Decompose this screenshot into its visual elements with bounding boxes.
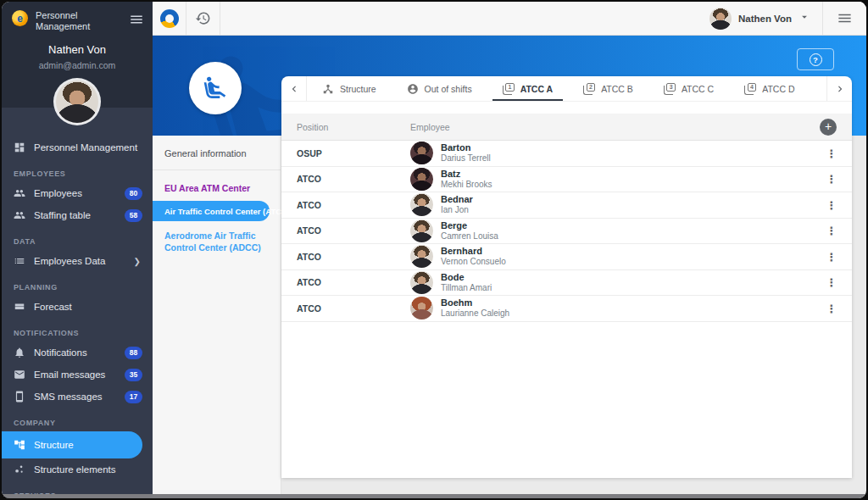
home-logo-button[interactable] — [153, 2, 186, 35]
table-row[interactable]: ATCO Bode Tillman Amari ⋮ — [281, 270, 852, 297]
employee-names: Batz Mekhi Brooks — [441, 169, 492, 190]
tree-item-atcc-active[interactable]: Air Traffic Control Center (ATCC) — [153, 201, 270, 221]
tab-structure[interactable]: Structure — [307, 76, 392, 101]
position-cell: ATCO — [281, 252, 410, 262]
sidebar-item-employees[interactable]: Employees 80 — [2, 182, 153, 204]
tab-atcc-a[interactable]: 1 ATCC A — [487, 76, 569, 101]
user-menu-button[interactable]: Nathen Von — [698, 2, 822, 35]
help-button[interactable]: ? — [797, 48, 834, 70]
org-tree-icon — [14, 439, 25, 451]
section-label-data: DATA — [14, 237, 153, 246]
tab-out-of-shifts[interactable]: Out of shifts — [392, 76, 487, 101]
employee-firstname: Vernon Consuelo — [441, 257, 506, 267]
sidebar-item-label: Employees Data — [34, 256, 105, 266]
tabs-scroll-left-button[interactable] — [281, 76, 307, 101]
employee-cell: Barton Darius Terrell — [410, 142, 811, 164]
sidebar-item-label: Forecast — [34, 302, 72, 312]
table-row[interactable]: ATCO Berge Camren Louisa ⋮ — [281, 219, 852, 245]
topbar-user-name: Nathen Von — [738, 14, 792, 24]
row-menu-button[interactable]: ⋮ — [811, 223, 852, 238]
more-vert-icon: ⋮ — [826, 147, 837, 160]
sidebar-collapse-button[interactable] — [129, 12, 144, 31]
tab-label: Out of shifts — [425, 84, 472, 94]
sidebar-item-label: SMS messages — [34, 392, 103, 402]
stream-icon — [14, 301, 25, 313]
dashboard-icon — [14, 142, 25, 153]
sms-count-badge: 17 — [125, 391, 142, 403]
sidebar-item-structure-elements[interactable]: Structure elements — [2, 458, 153, 481]
row-menu-button[interactable]: ⋮ — [811, 197, 852, 213]
employee-names: Bernhard Vernon Consuelo — [441, 246, 506, 267]
employee-names: Boehm Laurianne Caleigh — [441, 297, 509, 319]
column-header-employee: Employee — [410, 122, 820, 132]
employee-avatar — [410, 219, 433, 242]
tabs-scroll-right-button[interactable] — [826, 76, 852, 101]
employee-avatar — [410, 168, 433, 191]
table-row[interactable]: ATCO Batz Mekhi Brooks ⋮ — [281, 167, 852, 193]
tree-item-eu-area-atm-center[interactable]: EU Area ATM Center — [153, 170, 281, 193]
people-icon — [14, 187, 25, 199]
section-label-notifications: NOTIFICATIONS — [14, 329, 153, 337]
spacer — [281, 102, 852, 114]
sidebar-item-notifications[interactable]: Notifications 88 — [2, 342, 153, 364]
bell-icon — [14, 347, 25, 358]
history-button[interactable] — [186, 2, 220, 35]
sidebar-item-staffing-table[interactable]: Staffing table 58 — [2, 204, 153, 226]
sidebar-item-employees-data[interactable]: Employees Data ❯ — [2, 250, 153, 272]
employee-cell: Berge Camren Louisa — [410, 219, 811, 242]
row-menu-button[interactable]: ⋮ — [811, 249, 852, 264]
employee-cell: Bode Tillman Amari — [410, 271, 811, 294]
content-card: Structure Out of shifts 1 ATCC A 2 ATCC … — [281, 76, 852, 478]
employee-firstname: Darius Terrell — [441, 153, 491, 164]
table-row[interactable]: ATCO Bernhard Vernon Consuelo ⋮ — [281, 244, 852, 270]
filter-2-icon: 2 — [583, 83, 595, 95]
employee-surname: Berge — [441, 220, 498, 231]
section-label-company: COMPANY — [14, 419, 153, 427]
tree-item-adcc[interactable]: Aerodrome Air Traffic Control Center (AD… — [153, 221, 281, 253]
chevron-left-icon — [288, 83, 300, 95]
employee-names: Barton Darius Terrell — [441, 142, 491, 164]
position-cell: ATCO — [281, 277, 410, 287]
sidebar-item-label: Structure elements — [34, 464, 116, 475]
app-menu-button[interactable] — [822, 2, 866, 35]
position-cell: OSUP — [281, 148, 410, 158]
table-row[interactable]: ATCO Bednar Ian Jon ⋮ — [281, 192, 852, 219]
employee-avatar — [410, 271, 433, 294]
employee-firstname: Tillman Amari — [441, 283, 492, 293]
general-info-title: General information — [153, 136, 281, 169]
tab-bar: Structure Out of shifts 1 ATCC A 2 ATCC … — [281, 76, 852, 102]
sidebar-item-email-messages[interactable]: Email messages 35 — [2, 364, 153, 386]
filter-4-icon: 4 — [744, 83, 756, 95]
add-row-button[interactable]: + — [820, 119, 837, 136]
menu-icon — [129, 12, 144, 27]
table-row[interactable]: OSUP Barton Darius Terrell ⋮ — [281, 141, 852, 167]
sidebar-item-sms-messages[interactable]: SMS messages 17 — [2, 386, 153, 408]
position-cell: ATCO — [281, 303, 410, 314]
user-avatar[interactable] — [56, 81, 98, 123]
row-menu-button[interactable]: ⋮ — [811, 275, 852, 290]
employee-firstname: Camren Louisa — [441, 231, 498, 242]
history-icon — [195, 10, 211, 26]
table-header: Position Employee + — [281, 114, 852, 141]
employee-avatar — [410, 245, 433, 268]
table-row[interactable]: ATCO Boehm Laurianne Caleigh ⋮ — [281, 296, 852, 322]
more-vert-icon: ⋮ — [826, 303, 837, 315]
chevron-down-icon — [798, 11, 810, 26]
sidebar-item-label: Email messages — [34, 369, 105, 380]
tab-label: ATCC A — [520, 84, 554, 94]
table-body: OSUP Barton Darius Terrell ⋮ ATCO — [281, 141, 852, 478]
tab-atcc-c[interactable]: 3 ATCC C — [648, 76, 729, 101]
tab-atcc-d[interactable]: 4 ATCC D — [729, 76, 810, 101]
notifications-count-badge: 88 — [125, 347, 142, 359]
tab-atcc-b[interactable]: 2 ATCC B — [568, 76, 648, 101]
people-icon — [14, 209, 25, 221]
staffing-count-badge: 58 — [125, 209, 142, 222]
sidebar-item-personnel-management[interactable]: Personnel Management — [2, 136, 153, 158]
sidebar-item-forecast[interactable]: Forecast — [2, 296, 153, 318]
section-label-planning: PLANNING — [14, 283, 153, 292]
row-menu-button[interactable]: ⋮ — [811, 171, 852, 186]
row-menu-button[interactable]: ⋮ — [811, 146, 852, 161]
sidebar-item-structure[interactable]: Structure — [2, 431, 142, 458]
employee-names: Bode Tillman Amari — [441, 272, 492, 293]
row-menu-button[interactable]: ⋮ — [811, 301, 852, 316]
